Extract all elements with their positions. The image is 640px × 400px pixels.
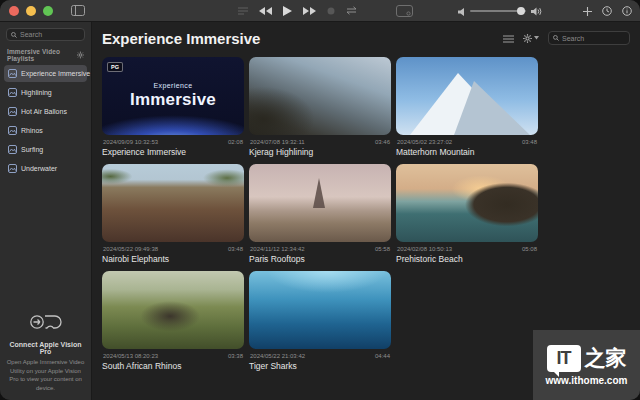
video-thumbnail[interactable] bbox=[249, 57, 391, 135]
header-controls bbox=[503, 29, 630, 47]
connect-title: Connect Apple Vision Pro bbox=[5, 341, 86, 355]
search-icon bbox=[553, 35, 559, 41]
sidebar-item-label: Surfing bbox=[21, 146, 43, 153]
zoom-button[interactable] bbox=[43, 6, 53, 16]
video-duration: 05:58 bbox=[375, 246, 390, 252]
gear-icon bbox=[523, 34, 532, 43]
page-title: Experience Immersive bbox=[102, 30, 260, 47]
video-thumbnail[interactable] bbox=[249, 271, 391, 349]
playlist-icon bbox=[8, 107, 17, 116]
video-timestamp: 2024/09/09 10:32:53 bbox=[103, 139, 158, 145]
info-icon[interactable] bbox=[622, 2, 632, 20]
video-title: Tiger Sharks bbox=[249, 361, 391, 371]
chevron-down-icon bbox=[534, 36, 539, 40]
volume-controls bbox=[458, 2, 542, 20]
video-card-tiger-sharks[interactable]: 2024/05/22 21:03:42 04:44 Tiger Sharks bbox=[249, 271, 391, 371]
search-icon bbox=[11, 32, 17, 38]
queue-icon[interactable] bbox=[236, 0, 250, 22]
content-search[interactable] bbox=[548, 31, 630, 45]
video-thumbnail[interactable] bbox=[249, 164, 391, 242]
sidebar-item-hot-air-ballons[interactable]: Hot Air Ballons bbox=[4, 103, 87, 120]
video-timestamp: 2024/02/08 10:50:13 bbox=[397, 246, 452, 252]
video-card-paris-rooftops[interactable]: 2024/11/12 12:34:42 05:58 Paris Rooftops bbox=[249, 164, 391, 264]
video-duration: 02:08 bbox=[228, 139, 243, 145]
playlist-icon bbox=[8, 126, 17, 135]
close-button[interactable] bbox=[9, 6, 19, 16]
sidebar-toggle-icon[interactable] bbox=[65, 0, 91, 22]
thumbnail-title-overlay: Experience Immersive bbox=[102, 57, 244, 135]
playlists-section-title: Immersive Video Playlists bbox=[7, 48, 77, 62]
video-card-matterhorn-mountain[interactable]: 2024/05/02 23:27:02 03:48 Matterhorn Mou… bbox=[396, 57, 538, 157]
ithome-logo: IT bbox=[547, 345, 581, 372]
playlists-section-header: Immersive Video Playlists bbox=[7, 48, 84, 62]
sidebar: Immersive Video Playlists Experience Imm… bbox=[0, 22, 92, 400]
record-icon[interactable] bbox=[325, 0, 337, 22]
sidebar-item-underwater[interactable]: Underwater bbox=[4, 160, 87, 177]
video-timestamp: 2024/05/22 21:03:42 bbox=[250, 353, 305, 359]
video-thumbnail[interactable] bbox=[396, 57, 538, 135]
gear-icon[interactable] bbox=[77, 51, 84, 59]
video-timestamp: 2024/07/08 19:32:11 bbox=[250, 139, 305, 145]
sidebar-item-label: Rhinos bbox=[21, 127, 43, 134]
video-thumbnail[interactable]: PG Experience Immersive bbox=[102, 57, 244, 135]
sidebar-search-input[interactable] bbox=[20, 31, 80, 38]
video-grid: PG Experience Immersive 2024/09/09 10:32… bbox=[93, 47, 640, 371]
video-title: Matterhorn Mountain bbox=[396, 147, 538, 157]
volume-low-icon[interactable] bbox=[458, 2, 465, 20]
sidebar-item-highlining[interactable]: Highlining bbox=[4, 84, 87, 101]
video-timestamp: 2024/05/13 08:20:23 bbox=[103, 353, 158, 359]
sidebar-item-experience-immersive[interactable]: Experience Immersive bbox=[4, 65, 87, 82]
playlist-icon bbox=[8, 88, 17, 97]
view-options-icon[interactable] bbox=[503, 29, 514, 47]
video-title: Nairobi Elephants bbox=[102, 254, 244, 264]
fast-forward-icon[interactable] bbox=[301, 0, 318, 22]
display-mirroring-icon[interactable] bbox=[390, 0, 419, 22]
video-timestamp: 2024/11/12 12:34:42 bbox=[250, 246, 305, 252]
titlebar bbox=[0, 0, 640, 22]
main-header: Experience Immersive bbox=[93, 22, 640, 47]
settings-dropdown[interactable] bbox=[523, 34, 539, 43]
sidebar-item-label: Experience Immersive bbox=[21, 70, 90, 77]
rewind-icon[interactable] bbox=[257, 0, 274, 22]
connect-description: Open Apple Immersive Video Utility on yo… bbox=[5, 358, 86, 392]
video-card-prehistoric-beach[interactable]: 2024/02/08 10:50:13 05:08 Prehistoric Be… bbox=[396, 164, 538, 264]
video-duration: 04:44 bbox=[375, 353, 390, 359]
clock-icon[interactable] bbox=[602, 2, 612, 20]
transport-controls bbox=[236, 0, 359, 22]
sidebar-item-label: Underwater bbox=[21, 165, 57, 172]
video-card-nairobi-elephants[interactable]: 2024/05/22 09:49:38 03:48 Nairobi Elepha… bbox=[102, 164, 244, 264]
sidebar-item-label: Highlining bbox=[21, 89, 52, 96]
sidebar-search[interactable] bbox=[6, 28, 85, 41]
video-timestamp: 2024/05/22 09:49:38 bbox=[103, 246, 158, 252]
play-icon[interactable] bbox=[281, 0, 294, 22]
content-search-input[interactable] bbox=[562, 35, 625, 42]
titlebar-right-controls bbox=[583, 2, 632, 20]
connect-vision-pro-panel: Connect Apple Vision Pro Open Apple Imme… bbox=[0, 311, 91, 392]
video-card-kjerag-highlining[interactable]: 2024/07/08 19:32:11 03:46 Kjerag Highlin… bbox=[249, 57, 391, 157]
playlist-icon bbox=[8, 69, 17, 78]
video-card-experience-immersive[interactable]: PG Experience Immersive 2024/09/09 10:32… bbox=[102, 57, 244, 157]
video-thumbnail[interactable] bbox=[396, 164, 538, 242]
volume-high-icon[interactable] bbox=[531, 2, 542, 20]
sidebar-item-surfing[interactable]: Surfing bbox=[4, 141, 87, 158]
video-card-south-african-rhinos[interactable]: 2024/05/13 08:20:23 03:38 South African … bbox=[102, 271, 244, 371]
minimize-button[interactable] bbox=[26, 6, 36, 16]
sidebar-item-label: Hot Air Ballons bbox=[21, 108, 67, 115]
video-timestamp: 2024/05/02 23:27:02 bbox=[397, 139, 452, 145]
volume-slider-knob[interactable] bbox=[517, 7, 525, 15]
ithome-url: www.ithome.com bbox=[546, 375, 628, 386]
video-title: Paris Rooftops bbox=[249, 254, 391, 264]
loop-icon[interactable] bbox=[344, 0, 359, 22]
video-title: Kjerag Highlining bbox=[249, 147, 391, 157]
video-thumbnail[interactable] bbox=[102, 271, 244, 349]
add-icon[interactable] bbox=[583, 2, 592, 20]
ithome-watermark: IT 之家 www.ithome.com bbox=[533, 330, 640, 400]
app-window: Immersive Video Playlists Experience Imm… bbox=[0, 0, 640, 400]
volume-slider[interactable] bbox=[470, 10, 526, 12]
video-duration: 03:38 bbox=[228, 353, 243, 359]
video-duration: 03:48 bbox=[522, 139, 537, 145]
playlist-icon bbox=[8, 164, 17, 173]
sidebar-item-rhinos[interactable]: Rhinos bbox=[4, 122, 87, 139]
video-duration: 03:46 bbox=[375, 139, 390, 145]
video-thumbnail[interactable] bbox=[102, 164, 244, 242]
